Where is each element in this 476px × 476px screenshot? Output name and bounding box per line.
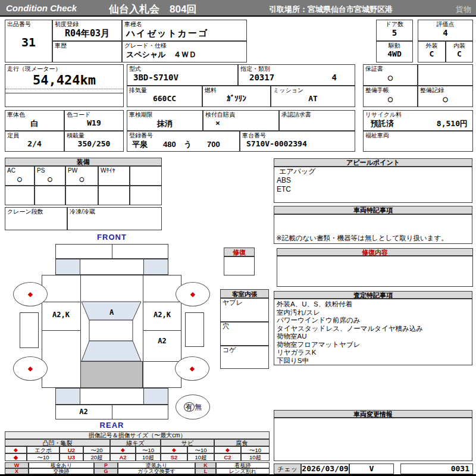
displacement-value: 660CC xyxy=(127,94,202,103)
chassis-number-cell: 車台番号 S710V-0002394 xyxy=(240,131,355,152)
vehicle-notes-header: 車両特記事項 xyxy=(274,206,472,214)
legend-scratch-mark-1: ◆ xyxy=(110,446,136,453)
vehicle-notes-body: ※記載のない書類・機器等は無しとして取り扱います。 xyxy=(274,214,472,244)
damage-code-right-rear: A2 xyxy=(143,337,181,345)
assessment-line: 荷物室フロアマットヤブレ xyxy=(277,341,472,349)
warranty-spare-cell xyxy=(418,64,473,86)
capacity-cell: 定員 2/4 xyxy=(5,131,64,152)
grade-value: スペシャル ４ＷＤ xyxy=(123,49,246,60)
cabin-tear-label: ヤブレ xyxy=(221,299,268,306)
legend-corrosion-mark-1: ◆ xyxy=(214,446,241,453)
legend-rust-size-1: 〜10 xyxy=(187,446,214,453)
inspection-value: 抹消 xyxy=(127,118,202,129)
legend-dent-name-2: 〜10 xyxy=(27,453,60,461)
score-value: 4 xyxy=(418,28,472,37)
crane-cell: クレーン段数 xyxy=(5,207,67,230)
welfare-label: 福祉車両 xyxy=(364,131,472,139)
appeal-body: エアバッグ ABS ETC xyxy=(274,167,472,203)
equipment-cell-ac: AC ○ xyxy=(5,166,35,186)
repair-flag-header: 修復 xyxy=(224,248,255,256)
mileage-value: 54,424km xyxy=(5,73,123,87)
mileage-cell: 走行（現メーター） 54,424km xyxy=(5,64,124,107)
legend-mark-k-code: K xyxy=(195,462,216,468)
legend-mark-g-label: ガラス交換要す xyxy=(118,468,195,474)
fuel-value: ｶﾞｿﾘﾝ xyxy=(203,94,270,103)
recycle-label: リサイクル料 xyxy=(364,111,472,118)
equipment-empty-cell xyxy=(98,186,130,205)
damage-diamond-icon: ◆ xyxy=(190,291,195,298)
mileage-dotted-divider xyxy=(5,89,123,89)
equipment-ps-label: PS xyxy=(35,167,65,174)
repair-flag-body xyxy=(224,256,255,275)
color-code-value: W19 xyxy=(65,118,123,127)
cabin-cell-hole: 穴 xyxy=(220,322,269,346)
history-label: 車歴 xyxy=(53,42,121,49)
legend-corrosion-code-2: C2 xyxy=(214,453,241,461)
legend-mark-g-code: G xyxy=(94,468,118,474)
legend-mark-x-code: X xyxy=(5,468,29,474)
legend-group-corrosion: 腐食 xyxy=(214,439,270,446)
fuel-cell: 燃料 ｶﾞｿﾘﾝ xyxy=(202,86,271,107)
body-color-cell: 車体色 白 xyxy=(5,110,64,131)
spare-tire-present: 有 xyxy=(184,402,195,412)
lot-number-cell: 出品番号 31 xyxy=(5,20,52,62)
legend-dent-mark-1: ◆ xyxy=(5,446,27,453)
equipment-empty-cell xyxy=(5,186,35,205)
approval-label: 承認請求書 xyxy=(280,111,355,118)
class-cell: 指定・類別 20317 4 xyxy=(238,64,355,86)
mileage-solid-divider xyxy=(5,93,123,93)
sheet-number: 0031 xyxy=(401,464,472,474)
damage-diamond-icon: ◆ xyxy=(190,365,195,372)
exterior-grade-label: 外装 xyxy=(418,42,445,49)
repair-detail-body xyxy=(277,256,473,287)
legend-scratch-size-1: 〜10 xyxy=(136,446,161,453)
appeal-item: ABS xyxy=(274,176,472,185)
cargo-roof-shape xyxy=(80,361,143,388)
chassis-number-value: S710V-0002394 xyxy=(240,139,355,148)
check-label-cell: チェック xyxy=(274,464,301,474)
history-cell: 車歴 xyxy=(52,41,122,62)
transmission-label: ミッション xyxy=(271,86,355,94)
legend-title-cell: 損傷記号＆損傷サイズ（〜最大cm） xyxy=(5,431,270,439)
fuel-label: 燃料 xyxy=(203,86,270,94)
service-book-label: 整備手帳 xyxy=(364,86,417,94)
payload-value: 350/250 xyxy=(65,139,123,148)
transmission-cell: ミッション AT xyxy=(271,86,355,107)
equipment-empty-cell xyxy=(35,186,65,205)
first-registration-value: R04年03月 xyxy=(53,28,121,39)
equipment-cell-wtire: Wﾀｲﾔ xyxy=(98,166,130,186)
assessment-line: タイヤスタッドレス、ノーマルタイヤ積み込み xyxy=(277,325,472,333)
doors-cell: ドア数 5 xyxy=(376,20,413,41)
damage-code-rear-bumper: A2 xyxy=(55,408,112,416)
doors-value: 5 xyxy=(377,28,412,37)
damage-code-left-side: A2,K xyxy=(42,311,80,319)
assessment-line: 外装A、U、S、鉄粉付着 xyxy=(277,300,472,309)
warranty-mark: ○ xyxy=(364,73,417,82)
changes-header: 車両変更情報 xyxy=(274,410,472,418)
headlight-right-shape xyxy=(143,259,168,275)
equipment-empty-cell xyxy=(65,186,98,205)
model-code-label: 型式 xyxy=(127,65,237,73)
assessment-line: パワーウインドウ前席のみ xyxy=(277,317,472,325)
legend-mark-l-label: レンズ割れ xyxy=(216,468,270,474)
equipment-ac-label: AC xyxy=(5,167,34,174)
insurance-mark: × xyxy=(203,118,278,127)
registration-number-label: 登録番号 xyxy=(127,131,239,139)
spare-tire-absent: 無 xyxy=(195,402,202,412)
displacement-cell: 排気量 660CC xyxy=(127,86,202,107)
transmission-value: AT xyxy=(271,94,355,103)
appeal-item: エアバッグ xyxy=(274,167,472,176)
legend-dent-size-1: 〜20 xyxy=(83,446,110,453)
equipment-pw-mark: ○ xyxy=(66,174,98,183)
color-code-label: 色コード xyxy=(65,111,123,118)
body-color-label: 車体色 xyxy=(5,111,64,118)
equipment-cell-extra xyxy=(130,166,162,186)
rear-bumper-divider xyxy=(112,405,112,419)
header-bar: Condition Check 仙台入札会 804回 引取場所：宮城県仙台市宮城… xyxy=(0,0,476,17)
check-inspector: V xyxy=(350,464,393,474)
pickup-location: 引取場所：宮城県仙台市宮城野区港 xyxy=(269,4,393,15)
spare-tire-indicator: 有 無 xyxy=(176,394,210,419)
equipment-ac-mark: ○ xyxy=(5,174,34,183)
equipment-empty-cell xyxy=(130,186,162,205)
recycle-status: 預託済 xyxy=(371,118,394,129)
